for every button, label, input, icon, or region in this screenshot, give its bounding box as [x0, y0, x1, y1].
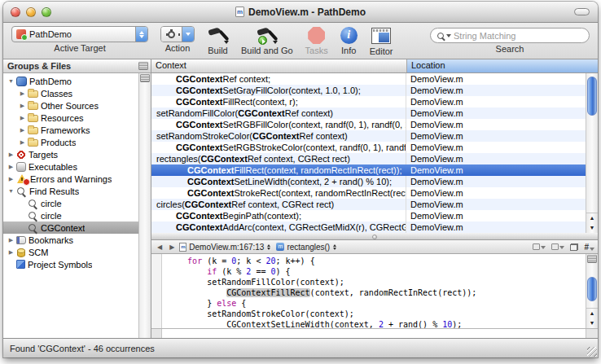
sidebar-item-circle[interactable]: circle [3, 197, 138, 209]
counterpart-button[interactable] [570, 243, 578, 251]
disclosure-closed-icon[interactable]: ▶ [18, 115, 27, 121]
sidebar-item-targets[interactable]: ▶Targets [3, 148, 138, 160]
sidebar-header[interactable]: Groups & Files [3, 59, 151, 73]
search-scope-chevron-icon[interactable] [446, 34, 451, 37]
sidebar-item-frameworks[interactable]: ▶Frameworks [3, 124, 138, 136]
symbol-popup-stepper-icon[interactable] [333, 244, 336, 250]
table-row[interactable]: CGContextAddArc(context, CGRectGetMidX(r… [151, 221, 586, 233]
editor-button editor-icon[interactable] [371, 28, 391, 44]
editor-scrollbar[interactable]: ▲▼ [586, 254, 598, 328]
target-icon [16, 150, 26, 160]
breakpoint-menu-button[interactable] [551, 243, 564, 250]
close-button[interactable] [11, 7, 20, 17]
table-row[interactable]: CGContextStrokeRect(context, randomRectI… [151, 187, 586, 199]
result-context-cell: setRandomFillColor(CGContextRef context) [151, 107, 406, 119]
table-row[interactable]: CGContextFillRect(context, r);DemoView.m [151, 96, 586, 107]
result-context-cell: CGContextSetRGBStrokeColor(context, rand… [151, 142, 406, 153]
table-row[interactable]: CGContextSetGrayFillColor(context, 1.0, … [151, 85, 586, 96]
search-input[interactable]: String Matching [430, 28, 590, 43]
scrollbar-arrows[interactable]: ▲▼ [586, 213, 598, 233]
table-row[interactable]: circles(CGContextRef context, CGRect rec… [151, 199, 586, 210]
table-row[interactable]: CGContextSetLineWidth(context, 2 + rand(… [151, 176, 586, 187]
disclosure-closed-icon[interactable]: ▶ [7, 176, 15, 182]
sidebar-item-find-results[interactable]: ▼Find Results [3, 185, 138, 197]
forward-button[interactable]: ▶ [167, 243, 177, 251]
traffic-lights [11, 7, 51, 17]
disclosure-closed-icon[interactable]: ▶ [7, 237, 15, 243]
sidebar-scrollbar[interactable] [138, 73, 151, 338]
sidebar-item-scm[interactable]: ▶SCM [3, 246, 138, 258]
code-area[interactable]: for (k = 0; k < 20; k++) { if (k % 2 == … [162, 254, 586, 328]
disclosure-closed-icon[interactable]: ▶ [7, 151, 15, 158]
table-row[interactable]: setRandomStrokeColor(CGContextRef contex… [151, 130, 586, 142]
back-button[interactable]: ◀ [155, 243, 165, 251]
disclosure-open-icon[interactable]: ▼ [7, 78, 15, 84]
bookmark-menu-button[interactable] [533, 243, 546, 250]
editor-scrollbar-arrows[interactable]: ▲▼ [586, 308, 598, 328]
sidebar-item-label: Frameworks [41, 125, 90, 135]
build-and-go-button[interactable] [256, 26, 278, 45]
symbol-popup[interactable]: rectangles() [287, 243, 330, 252]
sidebar-item-project-symbols[interactable]: Project Symbols [3, 258, 138, 270]
scrollbar-thumb[interactable] [587, 77, 597, 116]
sidebar-item-cgcontext[interactable]: CGContext [3, 221, 138, 234]
sidebar-item-bookmarks[interactable]: ▶Bookmarks [3, 234, 138, 246]
build-button[interactable] [207, 26, 229, 45]
table-row[interactable]: CGContextSetRGBStrokeColor(context, rand… [151, 142, 586, 153]
sidebar-item-executables[interactable]: ▶Executables [3, 160, 138, 173]
disclosure-closed-icon[interactable]: ▶ [7, 249, 15, 256]
sidebar-item-resources[interactable]: ▶Resources [3, 112, 138, 124]
active-target-popup[interactable]: PathDemo [11, 26, 148, 42]
results-list: CGContextRef context;DemoView.mCGContext… [151, 73, 598, 233]
table-row[interactable]: rectangles(CGContextRef context, CGRect … [151, 153, 586, 164]
result-context-cell: CGContextStrokeRect(context, randomRectI… [151, 187, 406, 199]
table-row[interactable]: CGContextBeginPath(context);DemoView.m [151, 210, 586, 221]
sidebar-item-other-sources[interactable]: ▶Other Sources [3, 99, 138, 112]
code-line: setRandomStrokeColor(context); [168, 309, 586, 319]
pane-splitter-icon[interactable] [138, 62, 148, 70]
action-button[interactable] [160, 26, 195, 42]
column-header-context[interactable]: Context [151, 59, 407, 72]
horizontal-scroll-track[interactable] [162, 329, 586, 338]
column-header-location[interactable]: Location [407, 59, 598, 72]
file-popup-stepper-icon[interactable] [267, 244, 270, 250]
editor-nav-bar: ◀ ▶ m DemoView.m:167:13 m rectangles() # [151, 240, 598, 254]
code-editor[interactable]: for (k = 0; k < 20; k++) { if (k % 2 == … [151, 254, 598, 328]
table-row[interactable]: CGContextFillRect(context, randomRectInR… [151, 164, 586, 176]
file-popup[interactable]: DemoView.m:167:13 [189, 243, 264, 252]
disclosure-closed-icon[interactable]: ▶ [7, 164, 15, 170]
table-row[interactable]: CGContextRef context;DemoView.m [151, 73, 586, 85]
toolbar-toggle-pill[interactable] [574, 8, 590, 15]
sidebar-item-label: circle [41, 211, 62, 221]
title-bar[interactable]: m DemoView.m - PathDemo [3, 2, 598, 23]
disclosure-open-icon[interactable]: ▼ [7, 188, 15, 194]
info-button info-icon[interactable]: i [340, 27, 358, 44]
scroll-down-icon: ▼ [590, 223, 595, 233]
sidebar-item-classes[interactable]: ▶Classes [3, 87, 138, 99]
editor-horizontal-scrollbar[interactable] [151, 328, 598, 338]
disclosure-closed-icon[interactable]: ▶ [18, 139, 27, 146]
minimize-button[interactable] [26, 7, 36, 17]
sidebar-item-label: Other Sources [41, 101, 99, 111]
sidebar-item-circle[interactable]: circle [3, 209, 138, 221]
zoom-button[interactable] [42, 7, 51, 17]
editor-split-view-icon[interactable] [587, 255, 597, 263]
sidebar-item-errors-and-warnings[interactable]: ▶Errors and Warnings [3, 173, 138, 185]
disclosure-closed-icon[interactable]: ▶ [18, 103, 27, 109]
table-row[interactable]: CGContextSetRGBFillColor(context, randf(… [151, 119, 586, 130]
split-view-icon[interactable] [140, 74, 150, 82]
result-context-cell: CGContextSetGrayFillColor(context, 1.0, … [151, 85, 406, 96]
horizontal-splitter[interactable] [151, 233, 598, 240]
sidebar-item-products[interactable]: ▶Products [3, 136, 138, 148]
resize-grip[interactable] [587, 347, 597, 357]
results-scrollbar[interactable]: ▲▼ [586, 73, 598, 233]
result-location-cell: DemoView.m [406, 96, 586, 107]
sidebar-item-label: Bookmarks [29, 235, 73, 245]
sidebar-item-pathdemo[interactable]: ▼PathDemo [3, 75, 138, 87]
disclosure-closed-icon[interactable]: ▶ [18, 90, 27, 97]
sidebar-item-label: PathDemo [29, 77, 72, 86]
table-row[interactable]: setRandomFillColor(CGContextRef context)… [151, 107, 586, 119]
line-menu-button[interactable]: # [584, 243, 594, 252]
editor-scrollbar-thumb[interactable] [587, 277, 597, 301]
disclosure-closed-icon[interactable]: ▶ [18, 127, 27, 134]
